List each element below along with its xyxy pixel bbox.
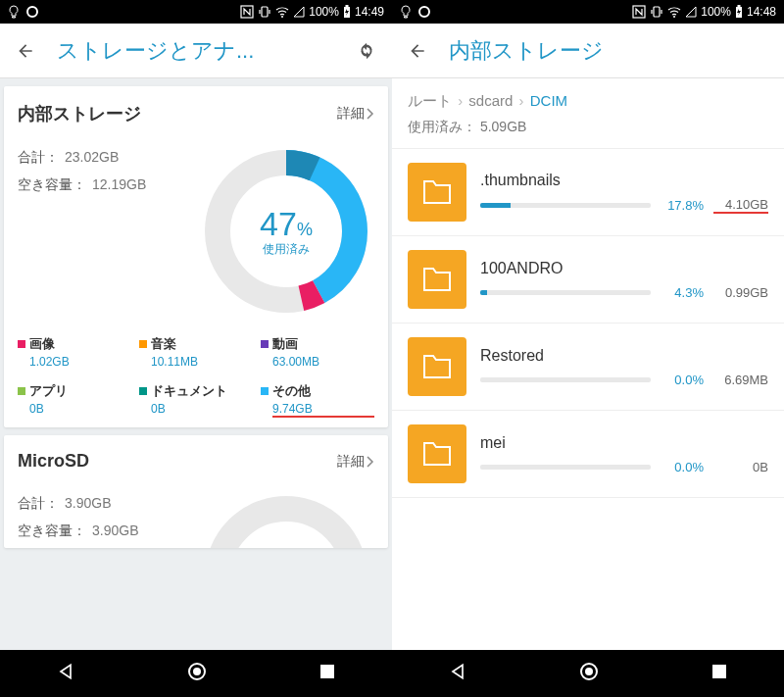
nav-back-button[interactable] <box>56 662 75 685</box>
svg-rect-13 <box>320 665 334 678</box>
vibrate-icon <box>650 5 663 19</box>
circle-icon <box>25 5 39 19</box>
legend-item: 画像1.02GB <box>18 335 131 369</box>
breadcrumb: ルート › sdcard › DCIM <box>392 78 784 117</box>
nfc-icon <box>632 5 646 19</box>
storage-analyzer-screen: 100% 14:49 ストレージとアナ... 内部ストレージ 詳細 合計：23.… <box>0 0 392 697</box>
svg-point-21 <box>585 668 593 675</box>
microsd-card[interactable]: MicroSD 詳細 合計：3.90GB 空き容量：3.90GB <box>4 435 388 548</box>
folder-icon <box>408 163 466 222</box>
legend-value: 10.11MB <box>151 355 253 369</box>
bulb-icon <box>400 5 412 19</box>
legend-value: 0B <box>29 402 131 416</box>
folder-size: 6.69MB <box>713 373 768 387</box>
usage-bar <box>480 203 651 208</box>
back-button[interactable] <box>12 37 39 65</box>
legend-value: 0B <box>151 402 253 416</box>
legend-value: 1.02GB <box>29 355 131 369</box>
card-title: 内部ストレージ <box>18 102 141 125</box>
folder-name: 100ANDRO <box>480 260 768 277</box>
breadcrumb-root[interactable]: ルート <box>408 92 452 109</box>
folder-item[interactable]: 100ANDRO 4.3% 0.99GB <box>392 236 784 324</box>
breadcrumb-sdcard[interactable]: sdcard <box>468 92 513 109</box>
legend-value: 63.00MB <box>272 355 374 369</box>
signal-icon <box>685 6 697 18</box>
chevron-right-icon <box>367 108 374 120</box>
svg-point-14 <box>419 7 429 17</box>
card-title: MicroSD <box>18 451 89 472</box>
nav-recent-button[interactable] <box>318 663 336 684</box>
legend-swatch <box>139 340 147 348</box>
nav-bar <box>392 650 784 697</box>
vibrate-icon <box>258 5 271 19</box>
svg-point-0 <box>27 7 37 17</box>
legend-name: ドキュメント <box>151 382 227 400</box>
usage-label: 使用済み： <box>408 119 476 134</box>
folder-size: 0B <box>713 460 768 474</box>
svg-rect-22 <box>712 665 726 678</box>
folder-percent: 17.8% <box>661 198 704 213</box>
usage-bar <box>480 290 651 295</box>
battery-text: 100% <box>701 5 731 19</box>
folder-percent: 0.0% <box>661 373 704 387</box>
clock-text: 14:49 <box>355 5 384 19</box>
folder-item[interactable]: Restored 0.0% 6.69MB <box>392 324 784 411</box>
wifi-icon <box>667 6 681 18</box>
usage-value: 5.09GB <box>480 119 526 134</box>
free-value: 3.90GB <box>92 523 138 538</box>
storage-donut-chart: 47% 使用済み <box>198 143 374 320</box>
app-bar: 内部ストレージ <box>392 24 784 78</box>
legend-item: アプリ0B <box>18 382 131 418</box>
nav-recent-button[interactable] <box>710 663 728 684</box>
status-bar: 100% 14:49 <box>0 0 392 24</box>
detail-link[interactable]: 詳細 <box>337 105 374 123</box>
free-label: 空き容量： <box>18 176 86 192</box>
nav-home-button[interactable] <box>578 661 600 686</box>
internal-storage-browser-screen: 100% 14:48 内部ストレージ ルート › sdcard › DCIM 使… <box>392 0 784 697</box>
folder-size: 4.10GB <box>713 197 768 214</box>
internal-storage-card[interactable]: 内部ストレージ 詳細 合計：23.02GB 空き容量：12.19GB <box>4 86 388 427</box>
legend-name: 動画 <box>272 335 298 353</box>
nav-bar <box>0 650 392 697</box>
legend-swatch <box>261 387 269 395</box>
storage-legend: 画像1.02GB音楽10.11MB動画63.00MBアプリ0Bドキュメント0Bそ… <box>18 335 374 418</box>
total-value: 3.90GB <box>65 495 111 511</box>
app-bar: ストレージとアナ... <box>0 24 392 78</box>
svg-rect-2 <box>262 7 268 17</box>
legend-name: 音楽 <box>151 335 176 353</box>
legend-item: 動画63.00MB <box>261 335 374 369</box>
usage-bar <box>480 465 651 470</box>
folder-item[interactable]: .thumbnails 17.8% 4.10GB <box>392 149 784 236</box>
circle-icon <box>417 5 431 19</box>
detail-link[interactable]: 詳細 <box>337 453 374 471</box>
used-pct: 47 <box>260 205 297 242</box>
clock-text: 14:48 <box>747 5 776 19</box>
nav-home-button[interactable] <box>186 661 208 686</box>
page-title: ストレージとアナ... <box>57 36 353 66</box>
legend-name: アプリ <box>29 382 68 400</box>
breadcrumb-current: DCIM <box>530 92 567 109</box>
legend-value: 9.74GB <box>272 402 374 418</box>
folder-name: Restored <box>480 347 768 365</box>
legend-item: その他9.74GB <box>261 382 374 418</box>
nav-back-button[interactable] <box>448 662 467 685</box>
folder-item[interactable]: mei 0.0% 0B <box>392 411 784 498</box>
bulb-icon <box>8 5 20 19</box>
legend-item: 音楽10.11MB <box>139 335 253 369</box>
folder-size: 0.99GB <box>713 285 768 300</box>
folder-name: mei <box>480 434 768 452</box>
svg-rect-16 <box>654 7 660 17</box>
back-button[interactable] <box>404 37 431 65</box>
wifi-icon <box>275 6 289 18</box>
legend-swatch <box>18 340 25 348</box>
legend-swatch <box>18 387 25 395</box>
chevron-right-icon <box>367 456 374 468</box>
refresh-button[interactable] <box>353 37 380 65</box>
status-bar: 100% 14:48 <box>392 0 784 24</box>
svg-rect-19 <box>737 5 740 7</box>
folder-icon <box>408 337 466 396</box>
total-label: 合計： <box>18 495 59 511</box>
microsd-donut-chart <box>198 489 374 548</box>
chevron-right-icon: › <box>458 92 463 109</box>
used-label: 使用済み <box>263 241 310 258</box>
